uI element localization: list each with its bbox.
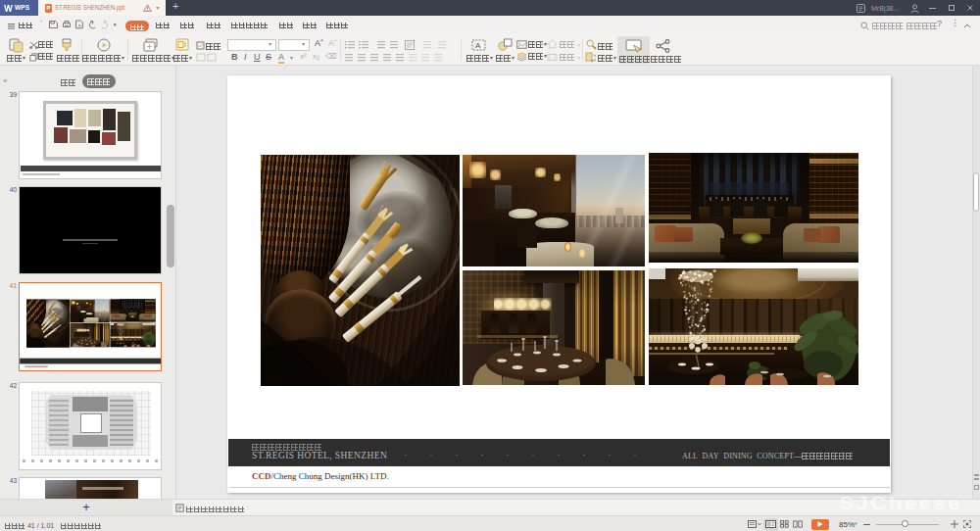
svg-text:A: A — [475, 41, 481, 50]
